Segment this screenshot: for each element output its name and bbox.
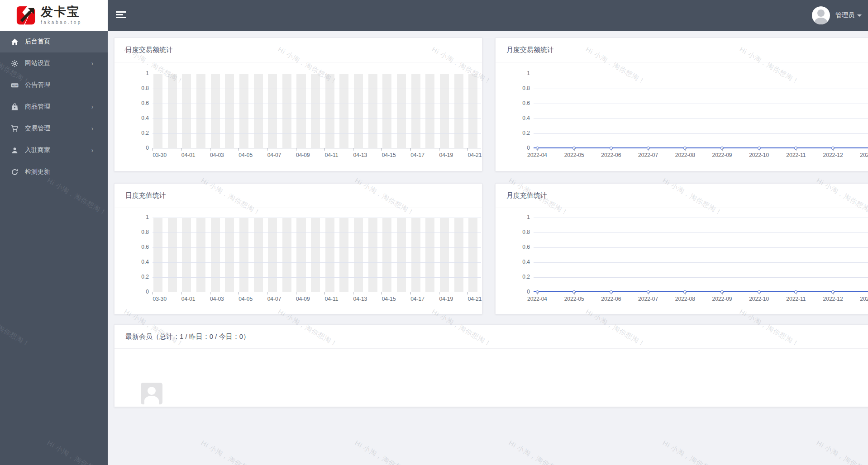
series-line: [534, 147, 868, 148]
axis-tick: [296, 292, 296, 294]
brand-logo-icon: [15, 5, 36, 26]
axis-tick: [181, 148, 181, 151]
series-line: [534, 291, 868, 292]
x-axis-label: 04-03: [200, 152, 233, 158]
x-axis-label: 2022-05: [558, 152, 591, 158]
sidebar-menu: 后台首页 网站设置 › NEW 公告管理: [0, 31, 108, 183]
x-axis-label: 04-21: [458, 296, 482, 302]
x-axis-label: 04-01: [172, 296, 205, 302]
axis-tick: [759, 148, 759, 151]
logo[interactable]: 发卡宝 fakabao.top: [0, 0, 108, 31]
cart-icon: [11, 125, 19, 133]
watermark-text: Hi 小淘，淘你想淘！: [661, 439, 724, 465]
x-axis-label: 2022-11: [780, 152, 812, 158]
sidebar-toggle-button[interactable]: [116, 11, 127, 19]
bag-icon: [11, 103, 19, 111]
x-axis-label: 04-09: [286, 296, 319, 302]
sidebar-item-label: 后台首页: [25, 38, 50, 46]
panel-title: 月度交易额统计: [506, 46, 554, 54]
x-axis-label: 2022-04: [521, 296, 553, 302]
y-axis-label: 0.4: [115, 259, 149, 265]
y-axis-label: 0.8: [496, 85, 530, 91]
axis-tick: [833, 292, 834, 294]
axis-tick: [574, 148, 575, 151]
sidebar-item-trades[interactable]: 交易管理 ›: [0, 118, 108, 139]
y-axis-label: 0.4: [496, 259, 530, 265]
axis-tick: [537, 292, 538, 294]
axis-tick: [353, 148, 353, 151]
x-axis-label: 2023-01: [854, 152, 868, 158]
axis-tick: [611, 148, 611, 151]
chevron-down-icon: [857, 14, 862, 17]
x-axis-label: 2022-06: [595, 296, 627, 302]
x-axis-label: 2022-07: [632, 296, 664, 302]
home-icon: [11, 38, 19, 46]
sidebar-item-label: 公告管理: [25, 81, 50, 89]
latest-members-panel: 最新会员（总计：1 / 昨日：0 / 今日：0） www@dkewl.con 2…: [114, 324, 868, 407]
x-axis-label: 04-07: [258, 152, 291, 158]
sidebar-item-label: 入驻商家: [25, 146, 50, 154]
y-axis-label: 1: [115, 70, 149, 76]
y-axis-label: 0.2: [115, 274, 149, 280]
sidebar-item-check-update[interactable]: 检测更新: [0, 161, 108, 183]
axis-tick: [759, 292, 759, 294]
x-axis-label: 04-07: [258, 296, 291, 302]
y-axis-label: 0.6: [115, 244, 149, 250]
axis-tick: [648, 292, 649, 294]
x-axis-label: 2023-01: [854, 296, 868, 302]
axis-tick: [238, 292, 239, 294]
axis-tick: [267, 148, 267, 151]
axis-tick: [296, 148, 296, 151]
axis-tick: [722, 292, 723, 294]
axis-tick: [439, 292, 439, 294]
svg-text:NEW: NEW: [12, 84, 18, 87]
y-axis-label: 0.8: [496, 229, 530, 235]
axis-tick: [267, 292, 267, 294]
sidebar-item-announcements[interactable]: NEW 公告管理: [0, 74, 108, 96]
x-axis-label: 04-13: [344, 296, 377, 302]
axis-tick: [685, 148, 686, 151]
y-axis-label: 0.8: [115, 85, 149, 91]
monthly-trade-chart: [534, 74, 868, 148]
sidebar-item-site-settings[interactable]: 网站设置 ›: [0, 52, 108, 74]
sidebar-item-label: 检测更新: [25, 168, 50, 176]
x-axis-label: 04-11: [315, 296, 348, 302]
sidebar-item-label: 交易管理: [25, 124, 50, 133]
axis-tick: [382, 292, 382, 294]
brand-name: 发卡宝: [41, 6, 82, 18]
x-axis-label: 2022-11: [780, 296, 812, 302]
x-axis-label: 04-13: [344, 152, 377, 158]
axis-tick: [722, 148, 723, 151]
x-axis-label: 03-30: [143, 296, 176, 302]
axis-tick: [238, 148, 239, 151]
y-axis-label: 0: [496, 289, 530, 295]
panel-title: 日度充值统计: [125, 191, 166, 200]
x-axis-label: 04-03: [200, 296, 233, 302]
axis-tick: [210, 292, 210, 294]
sidebar-item-products[interactable]: 商品管理 ›: [0, 96, 108, 118]
axis-tick: [796, 292, 796, 294]
axis-tick: [210, 148, 210, 151]
sidebar-item-merchants[interactable]: 入驻商家 ›: [0, 139, 108, 161]
axis-tick: [181, 292, 181, 294]
y-axis-label: 0.4: [115, 115, 149, 121]
x-axis-label: 2022-08: [669, 152, 701, 158]
user-menu[interactable]: 管理员: [812, 0, 862, 31]
x-axis-label: 04-17: [401, 152, 434, 158]
panel-title: 月度充值统计: [506, 191, 547, 200]
x-axis-label: 04-19: [430, 152, 463, 158]
daily-trade-chart: [153, 74, 481, 148]
chevron-right-icon: ›: [91, 125, 93, 133]
axis-tick: [439, 148, 439, 151]
daily-recharge-panel: 日度充值统计 10.80.60.40.2003-3004-0104-0304-0…: [114, 183, 482, 314]
member-card: www@dkewl.con 2022-12-19: [128, 383, 175, 407]
x-axis-label: 2022-12: [817, 152, 849, 158]
merchant-icon: [11, 147, 19, 154]
sidebar-item-dashboard[interactable]: 后台首页: [0, 31, 108, 52]
axis-tick: [648, 148, 649, 151]
x-axis-label: 2022-07: [632, 152, 664, 158]
x-axis-label: 04-21: [458, 152, 482, 158]
axis-tick: [685, 292, 686, 294]
x-axis-label: 2022-08: [669, 296, 701, 302]
watermark-text: Hi 小淘，淘你想淘！: [200, 439, 262, 465]
